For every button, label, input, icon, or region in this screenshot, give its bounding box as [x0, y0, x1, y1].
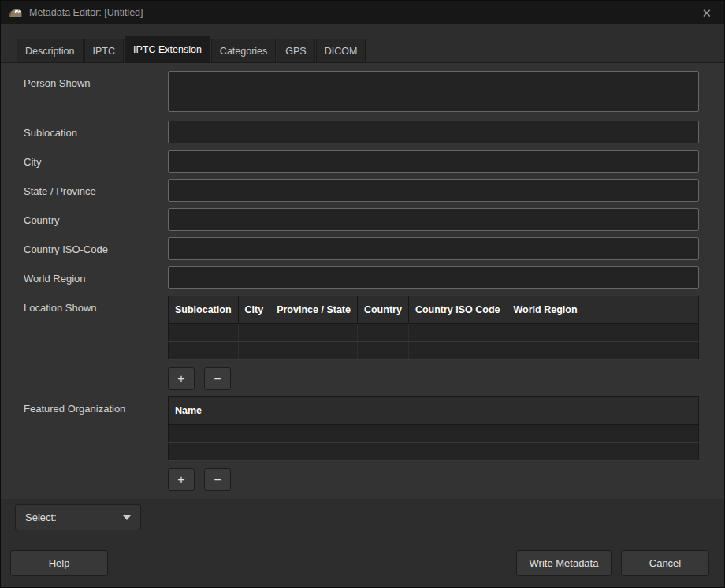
location-col-sublocation[interactable]: Sublocation [169, 296, 239, 324]
location-cell[interactable] [238, 342, 270, 360]
country-label: Country [24, 208, 168, 231]
country-input[interactable] [168, 208, 699, 231]
select-dropdown[interactable]: Select: [15, 504, 141, 530]
select-dropdown-label: Select: [25, 512, 123, 523]
sublocation-input[interactable] [168, 121, 699, 143]
titlebar: Metadata Editor: [Untitled] ✕ [1, 1, 724, 24]
location-col-city[interactable]: City [238, 296, 270, 324]
city-label: City [24, 150, 168, 173]
window-title: Metadata Editor: [Untitled] [29, 7, 698, 18]
location-cell[interactable] [408, 342, 507, 360]
country-iso-code-input[interactable] [168, 237, 699, 260]
person-shown-label: Person Shown [24, 71, 168, 114]
location-cell[interactable] [238, 324, 270, 342]
featured-org-table-row [169, 425, 699, 443]
location-cell[interactable] [357, 324, 408, 342]
tab-categories[interactable]: Categories [211, 39, 276, 62]
tab-iptc[interactable]: IPTC [84, 39, 124, 62]
chevron-down-icon [123, 515, 131, 520]
location-col-country[interactable]: Country [357, 296, 408, 324]
world-region-input[interactable] [168, 266, 699, 289]
tab-bar: Description IPTC IPTC Extension Categori… [1, 24, 724, 63]
location-cell[interactable] [357, 342, 408, 360]
tab-description[interactable]: Description [17, 39, 84, 62]
featured-org-remove-button[interactable]: − [204, 468, 231, 491]
location-cell[interactable] [169, 342, 239, 360]
location-shown-table: Sublocation City Province / State Countr… [168, 296, 699, 360]
featured-org-col-name[interactable]: Name [169, 397, 699, 425]
metadata-editor-window: Metadata Editor: [Untitled] ✕ Descriptio… [0, 0, 725, 588]
gimp-wilber-icon [9, 7, 23, 18]
metadata-form: Person Shown Sublocation City State / Pr… [1, 63, 724, 491]
featured-org-cell[interactable] [169, 425, 699, 443]
person-shown-input[interactable] [168, 71, 699, 112]
city-input[interactable] [168, 150, 699, 173]
featured-org-table-row [169, 443, 699, 461]
close-icon[interactable]: ✕ [698, 6, 715, 20]
location-col-country-iso[interactable]: Country ISO Code [408, 296, 507, 324]
select-row: Select: [1, 499, 724, 530]
iptc-extension-panel: Person Shown Sublocation City State / Pr… [1, 63, 724, 499]
location-cell[interactable] [507, 342, 698, 360]
state-province-label: State / Province [24, 179, 168, 202]
location-cell[interactable] [270, 342, 358, 360]
location-cell[interactable] [169, 324, 239, 342]
location-col-province-state[interactable]: Province / State [270, 296, 358, 324]
location-table-row [169, 342, 699, 360]
cancel-button[interactable]: Cancel [621, 550, 709, 576]
world-region-label: World Region [24, 266, 168, 289]
footer-bar: Help Write Metadata Cancel [1, 530, 724, 587]
tab-dicom[interactable]: DICOM [316, 39, 366, 62]
featured-org-add-button[interactable]: + [168, 468, 195, 491]
featured-organization-table: Name [168, 396, 699, 461]
location-cell[interactable] [408, 324, 507, 342]
location-col-world-region[interactable]: World Region [507, 296, 698, 324]
country-iso-code-label: Country ISO-Code [24, 237, 168, 260]
location-add-button[interactable]: + [168, 367, 195, 390]
location-table-row [169, 324, 699, 342]
location-cell[interactable] [507, 324, 698, 342]
location-remove-button[interactable]: − [204, 367, 231, 390]
tab-gps[interactable]: GPS [277, 39, 314, 62]
featured-org-cell[interactable] [169, 443, 699, 461]
metadata-notebook: Description IPTC IPTC Extension Categori… [1, 24, 724, 499]
location-cell[interactable] [270, 324, 358, 342]
featured-organization-label: Featured Organization [24, 396, 168, 491]
help-button[interactable]: Help [10, 550, 108, 576]
featured-org-table-actions: + − [168, 468, 699, 491]
tab-iptc-extension[interactable]: IPTC Extension [125, 36, 210, 62]
write-metadata-button[interactable]: Write Metadata [516, 550, 612, 576]
sublocation-label: Sublocation [24, 121, 168, 143]
location-shown-label: Location Shown [24, 296, 168, 390]
state-province-input[interactable] [168, 179, 699, 202]
location-table-actions: + − [168, 367, 699, 390]
